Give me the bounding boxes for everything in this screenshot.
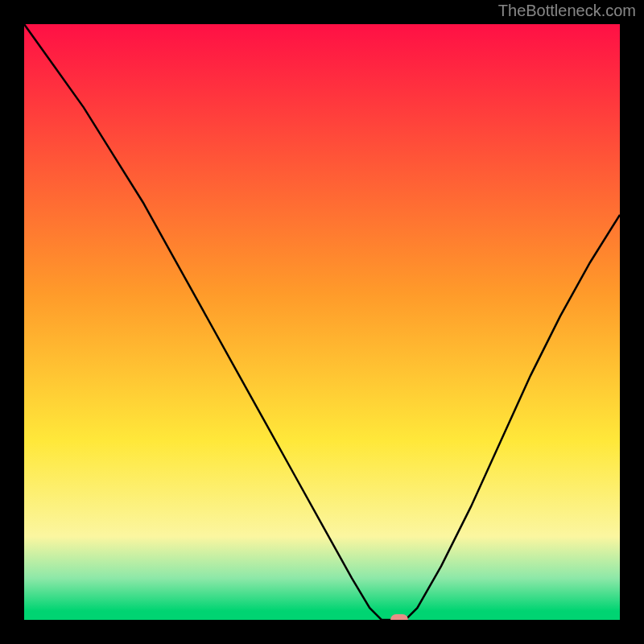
chart-frame: TheBottleneck.com — [0, 0, 644, 644]
gradient-background — [24, 24, 620, 620]
plot-area — [24, 24, 620, 620]
chart-svg — [24, 24, 620, 620]
watermark-text: TheBottleneck.com — [498, 2, 636, 20]
optimum-marker — [390, 614, 408, 620]
